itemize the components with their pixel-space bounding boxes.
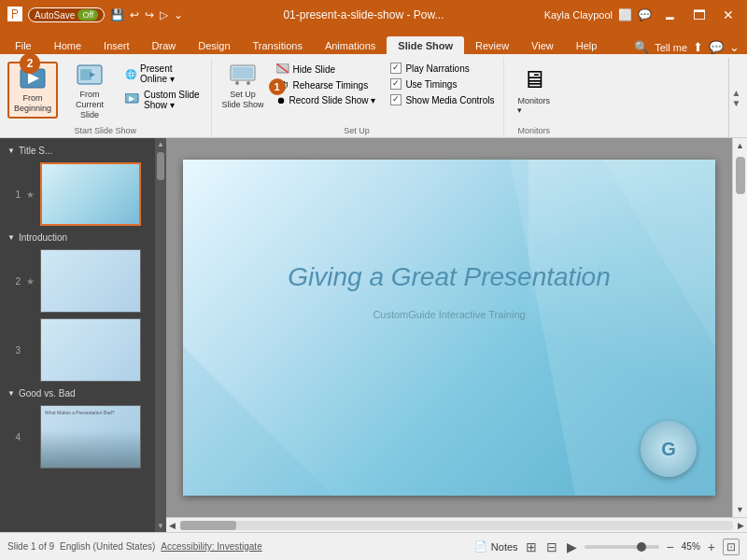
from-current-slide-button[interactable]: FromCurrent Slide (62, 62, 118, 122)
play-narrations-check[interactable]: Play Narrations (388, 62, 496, 75)
scroll-up-arrow[interactable]: ▲ (736, 138, 744, 153)
slide-item-1[interactable]: 1 ★ (0, 160, 155, 229)
section-header-good-bad[interactable]: ▼ Good vs. Bad (0, 385, 155, 402)
notes-icon: 📄 (474, 540, 487, 553)
comments-icon[interactable]: 💬 (638, 8, 652, 21)
view-reading-btn[interactable]: ▶ (565, 538, 579, 556)
scroll-thumb[interactable] (736, 157, 745, 194)
tab-draw[interactable]: Draw (141, 36, 188, 54)
slide-4-img-label: What Makes a Presentation Bad? (43, 408, 117, 417)
play-narrations-checkbox[interactable] (390, 63, 402, 74)
close-btn[interactable]: ✕ (717, 7, 740, 22)
set-up-icon (230, 64, 256, 88)
customize-icon[interactable]: ⌄ (174, 8, 183, 21)
custom-slide-show-button[interactable]: Custom SlideShow ▾ (121, 88, 203, 112)
slide-item-2[interactable]: 2 ★ What Do You Want ToKnow After Today'… (0, 246, 155, 315)
comments-ribbon-icon[interactable]: 💬 (709, 40, 724, 54)
panel-scrollbar[interactable]: ▲ ▼ (155, 138, 166, 532)
view-normal-btn[interactable]: ⊞ (524, 538, 539, 556)
slide-thumb-1[interactable] (40, 162, 141, 226)
tab-design[interactable]: Design (187, 36, 241, 54)
main-slide-title: Giving a Great Presentation (211, 262, 687, 292)
slide-thumb-text-3: What kind of presentationsare you giving… (41, 381, 126, 382)
share-ribbon-icon[interactable]: ⬆ (693, 40, 703, 54)
present-online-button[interactable]: 🌐 PresentOnline ▾ (121, 62, 203, 86)
badge-2: 2 (20, 53, 40, 74)
maximize-btn[interactable]: 🗖 (687, 7, 712, 22)
scroll-down-arrow[interactable]: ▼ (736, 502, 744, 517)
show-media-controls-check[interactable]: Show Media Controls (388, 93, 496, 106)
notes-button[interactable]: 📄 Notes (474, 540, 518, 553)
zoom-plus-btn[interactable]: + (706, 538, 717, 556)
tab-insert[interactable]: Insert (92, 36, 141, 54)
tab-transitions[interactable]: Transitions (242, 36, 314, 54)
use-timings-checkbox[interactable] (390, 78, 402, 90)
hscroll-left-arrow[interactable]: ◀ (166, 521, 178, 530)
redo-icon[interactable]: ↪ (145, 8, 154, 21)
ribbon-scroll[interactable]: ▲▼ (728, 58, 743, 137)
center-area: Giving a Great Presentation CustomGuide … (166, 138, 747, 532)
tab-slide-show[interactable]: Slide Show (387, 36, 464, 54)
slide-item-3[interactable]: 3 ★ What kind of presentationsare you gi… (0, 315, 155, 385)
hide-slide-label: Hide Slide (293, 64, 336, 75)
slide-thumb-4[interactable]: What Makes a Presentation Bad? (40, 405, 141, 469)
hide-slide-button[interactable]: Hide Slide (273, 62, 380, 77)
slide-thumb-3[interactable]: What kind of presentationsare you giving… (40, 318, 141, 382)
hscroll-right-arrow[interactable]: ▶ (735, 521, 747, 530)
section-header-title[interactable]: ▼ Title S... (0, 142, 155, 160)
search-icon[interactable]: 🔍 (634, 40, 649, 54)
title-bar-left: 🅿 AutoSave Off 💾 ↩ ↪ ▷ ⌄ (7, 7, 183, 23)
slide-num-1: 1 (7, 189, 21, 200)
tab-review[interactable]: Review (464, 36, 520, 54)
tab-animations[interactable]: Animations (314, 36, 387, 54)
slide-item-4[interactable]: 4 ★ What Makes a Presentation Bad? (0, 402, 155, 471)
status-left: Slide 1 of 9 English (United States) Acc… (7, 541, 467, 552)
slide-info: Slide 1 of 9 (7, 541, 54, 552)
slide-thumb-2[interactable]: What Do You Want ToKnow After Today'sPre… (40, 249, 141, 313)
tab-file[interactable]: File (4, 36, 43, 54)
share-icon[interactable]: ⬜ (618, 8, 632, 21)
show-media-controls-checkbox[interactable] (390, 94, 402, 105)
section-arrow-good-bad: ▼ (7, 389, 15, 398)
zoom-slider[interactable] (585, 545, 659, 549)
panel-scroll-down[interactable]: ▼ (157, 522, 164, 530)
present-icon[interactable]: ▷ (160, 8, 168, 21)
slide-scrollbar-right[interactable]: ▲ ▼ (732, 138, 747, 517)
slide-panel-inner[interactable]: ▼ Title S... 1 ★ ▼ Introduction (0, 138, 155, 532)
zoom-minus-btn[interactable]: − (665, 538, 676, 556)
autosave-badge[interactable]: AutoSave Off (28, 7, 105, 22)
zoom-level[interactable]: 45% (682, 541, 700, 552)
section-header-intro[interactable]: ▼ Introduction (0, 229, 155, 246)
slide-num-2: 2 (7, 276, 21, 287)
user-name: Kayla Claypool (544, 9, 613, 21)
minimize-btn[interactable]: 🗕 (657, 7, 682, 22)
tell-me-label[interactable]: Tell me (655, 42, 687, 53)
record-slide-show-button[interactable]: ⏺ Record Slide Show ▾ (273, 93, 380, 107)
language-info: English (United States) (60, 541, 155, 552)
undo-icon[interactable]: ↩ (130, 8, 139, 21)
set-up-slide-show-button[interactable]: Set UpSlide Show (218, 62, 269, 113)
ribbon-collapse-icon[interactable]: ⌄ (729, 40, 740, 54)
set-up-label-bottom: Set Up (218, 124, 497, 137)
accessibility-info[interactable]: Accessibility: Investigate (161, 541, 261, 552)
view-slide-sorter-btn[interactable]: ⊟ (544, 538, 559, 556)
monitors-content: 🖥 Monitors▾ (510, 58, 557, 124)
slide-and-scrollbar: Giving a Great Presentation CustomGuide … (166, 138, 747, 517)
save-icon[interactable]: 💾 (110, 8, 124, 21)
monitors-button[interactable]: 🖥 Monitors▾ (510, 62, 557, 119)
panel-scroll-up[interactable]: ▲ (157, 140, 164, 148)
zoom-fit-btn[interactable]: ⊡ (723, 539, 740, 555)
status-right: 📄 Notes ⊞ ⊟ ▶ − 45% + ⊡ (474, 538, 740, 556)
tab-home[interactable]: Home (43, 36, 92, 54)
use-timings-check[interactable]: Use Timings (388, 77, 496, 91)
rehearse-timings-button[interactable]: 1 ⏱ Rehearse Timings (273, 78, 380, 92)
from-beginning-button[interactable]: 2 FromBeginning (7, 62, 58, 119)
hscroll-track[interactable] (180, 521, 733, 530)
autosave-state: Off (78, 9, 98, 21)
slide-num-4: 4 (7, 432, 21, 442)
tab-view[interactable]: View (520, 36, 565, 54)
hscroll-thumb[interactable] (180, 521, 236, 530)
svg-marker-16 (183, 346, 332, 496)
main-slide: Giving a Great Presentation CustomGuide … (183, 160, 715, 496)
tab-help[interactable]: Help (565, 36, 609, 54)
